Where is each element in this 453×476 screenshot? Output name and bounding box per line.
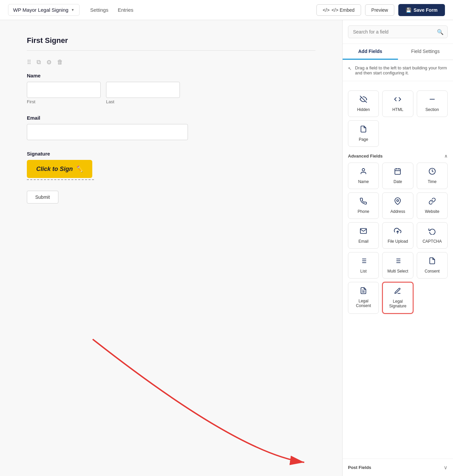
name-field-label: Name (358, 179, 369, 184)
field-item-consent[interactable]: Consent (417, 252, 448, 279)
field-item-website[interactable]: Website (417, 192, 448, 219)
tab-add-fields[interactable]: Add Fields (343, 44, 398, 60)
submit-button[interactable]: Submit (27, 191, 58, 203)
name-fields: First Last (27, 82, 315, 104)
settings-icon[interactable]: ⚙ (46, 59, 52, 66)
field-item-list[interactable]: List (348, 252, 379, 279)
legal-consent-field-icon (360, 287, 367, 296)
drag-hint: ↖ Drag a field to the left to start buil… (343, 60, 453, 81)
file-upload-field-label: File Upload (388, 239, 408, 244)
layout-fields-section: Hidden HTML Section (348, 86, 448, 147)
main-layout: First Signer ⠿ ⧉ ⚙ 🗑 Name First Last (0, 20, 453, 476)
advanced-fields-section: Advanced Fields ∧ Name Date (348, 154, 448, 314)
topbar-nav: Settings Entries (90, 7, 134, 13)
embed-button[interactable]: </> </> Embed (316, 4, 361, 16)
field-item-captcha[interactable]: CAPTCHA (417, 222, 448, 249)
pen-icon: ✏️ (76, 165, 83, 173)
field-item-name[interactable]: Name (348, 163, 379, 189)
hidden-field-icon (360, 96, 367, 105)
multi-select-field-icon (394, 257, 401, 266)
html-field-icon (394, 96, 401, 105)
last-name-sublabel: Last (106, 99, 180, 104)
topbar: WP Mayor Legal Signing ▼ Settings Entrie… (0, 0, 453, 20)
entries-link[interactable]: Entries (118, 7, 134, 13)
save-form-button[interactable]: 💾 Save Form (398, 4, 445, 16)
svg-point-3 (362, 169, 364, 171)
click-to-sign-button[interactable]: Click to Sign ✏️ (27, 160, 92, 178)
field-item-address[interactable]: Address (382, 192, 413, 219)
drag-handle-icon[interactable]: ⠿ (27, 59, 31, 66)
form-title-text: WP Mayor Legal Signing (13, 7, 68, 13)
field-item-page[interactable]: Page (348, 120, 379, 147)
email-field-icon (360, 227, 367, 236)
field-item-html[interactable]: HTML (382, 91, 413, 117)
svg-point-9 (397, 199, 399, 201)
file-upload-field-icon (394, 227, 401, 236)
save-icon: 💾 (406, 7, 411, 13)
field-item-section[interactable]: Section (417, 91, 448, 117)
field-item-email[interactable]: Email (348, 222, 379, 249)
field-item-file-upload[interactable]: File Upload (382, 222, 413, 249)
legal-signature-field-icon (394, 287, 401, 296)
chevron-down-icon: ▼ (71, 8, 74, 12)
legal-signature-field-label: Legal Signature (386, 299, 410, 308)
field-item-date[interactable]: Date (382, 163, 413, 189)
preview-button[interactable]: Preview (365, 4, 395, 16)
time-field-icon (429, 168, 436, 177)
post-fields-label: Post Fields (348, 465, 371, 470)
embed-label: </> Embed (332, 7, 355, 13)
advanced-fields-title-text: Advanced Fields (348, 154, 383, 159)
field-item-phone[interactable]: Phone (348, 192, 379, 219)
search-input-wrap: 🔍 (348, 25, 448, 38)
field-item-time[interactable]: Time (417, 163, 448, 189)
address-field-icon (394, 197, 401, 206)
list-field-icon (360, 257, 367, 266)
duplicate-icon[interactable]: ⧉ (37, 59, 41, 66)
field-item-hidden[interactable]: Hidden (348, 91, 379, 117)
last-name-input[interactable] (106, 82, 180, 98)
panel-tabs: Add Fields Field Settings (343, 44, 453, 60)
legal-consent-field-label: Legal Consent (351, 299, 376, 308)
field-item-multi-select[interactable]: Multi Select (382, 252, 413, 279)
signature-label: Signature (27, 151, 315, 157)
form-area: First Signer ⠿ ⧉ ⚙ 🗑 Name First Last (0, 20, 342, 476)
topbar-right: </> </> Embed Preview 💾 Save Form (316, 4, 445, 16)
embed-icon: </> (323, 7, 330, 13)
cursor-icon: ↖ (348, 66, 352, 71)
consent-field-icon (429, 257, 436, 266)
post-fields-section: Post Fields ∨ (343, 459, 453, 476)
website-field-icon (429, 197, 436, 206)
first-name-sublabel: First (27, 99, 101, 104)
fields-scroll: Hidden HTML Section (343, 81, 453, 459)
signature-underline (27, 179, 94, 180)
section-divider (27, 50, 315, 51)
form-title-dropdown[interactable]: WP Mayor Legal Signing ▼ (8, 4, 80, 16)
post-fields-toggle[interactable]: ∨ (444, 464, 448, 471)
phone-field-label: Phone (358, 209, 369, 214)
advanced-field-grid: Name Date Time (348, 163, 448, 314)
name-label: Name (27, 73, 315, 78)
delete-icon[interactable]: 🗑 (57, 59, 63, 66)
right-panel: 🔍 Add Fields Field Settings ↖ Drag a fie… (342, 20, 453, 476)
field-item-legal-consent[interactable]: Legal Consent (348, 282, 379, 314)
first-name-input[interactable] (27, 82, 101, 98)
signature-section: Signature Click to Sign ✏️ (27, 151, 315, 180)
advanced-fields-toggle[interactable]: ∧ (444, 154, 448, 159)
last-name-wrap: Last (106, 82, 180, 104)
tab-field-settings[interactable]: Field Settings (398, 44, 453, 60)
phone-field-icon (360, 197, 367, 206)
settings-link[interactable]: Settings (90, 7, 108, 13)
email-label: Email (27, 115, 315, 121)
svg-rect-4 (395, 169, 401, 175)
section-field-label: Section (425, 107, 439, 112)
section-field-icon (429, 96, 436, 105)
search-icon: 🔍 (437, 29, 444, 35)
name-field-group: Name First Last (27, 73, 315, 104)
email-input[interactable] (27, 124, 188, 140)
layout-field-grid: Hidden HTML Section (348, 91, 448, 147)
page-field-label: Page (359, 137, 368, 142)
website-field-label: Website (425, 209, 439, 214)
time-field-label: Time (428, 179, 437, 184)
search-input[interactable] (348, 25, 448, 38)
field-item-legal-signature[interactable]: Legal Signature (382, 282, 413, 314)
